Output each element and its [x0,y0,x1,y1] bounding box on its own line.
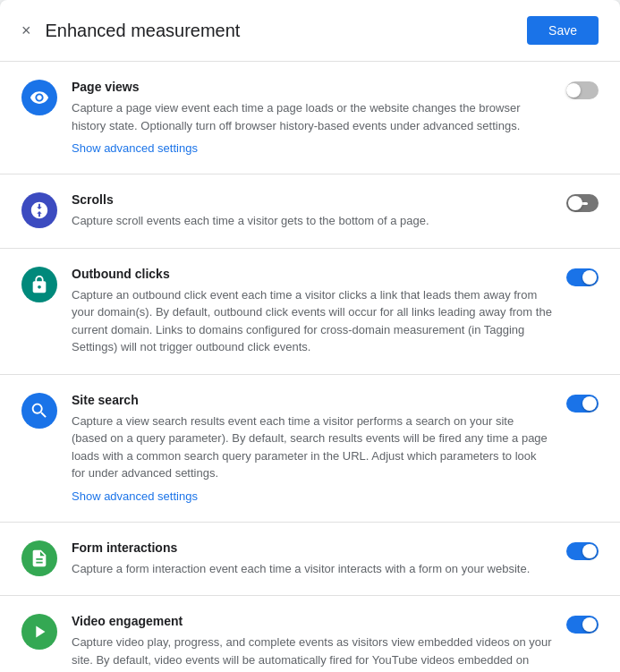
form-interactions-title: Form interactions [72,540,552,555]
site-search-title: Site search [72,393,552,407]
search-icon [30,401,49,421]
section-form-interactions: Form interactions Capture a form interac… [0,523,620,597]
page-views-icon-circle [21,80,57,115]
scrolls-toggle[interactable] [566,194,599,212]
scrolls-icon-circle [21,192,57,228]
video-engagement-title: Video engagement [72,614,552,628]
page-views-advanced-link[interactable]: Show advanced settings [72,141,198,155]
video-engagement-toggle[interactable] [566,616,599,634]
outbound-clicks-toggle-area [566,267,599,286]
page-views-toggle[interactable] [566,81,599,99]
site-search-toggle[interactable] [566,395,599,413]
save-button[interactable]: Save [527,16,599,45]
section-video-engagement: Video engagement Capture video play, pro… [0,596,620,672]
scrolls-title: Scrolls [72,192,552,207]
arrows-icon [30,200,49,220]
video-engagement-icon-circle [21,614,57,650]
content-area: Page views Capture a page view event eac… [0,62,620,672]
modal-container: × Enhanced measurement Save Page views C… [0,0,620,672]
outbound-clicks-body: Outbound clicks Capture an outbound clic… [72,267,552,356]
site-search-toggle-area [566,393,599,413]
form-interactions-toggle-area [566,540,599,560]
page-views-body: Page views Capture a page view event eac… [72,80,552,156]
form-interactions-desc: Capture a form interaction event each ti… [72,560,552,578]
section-outbound-clicks: Outbound clicks Capture an outbound clic… [0,249,620,375]
form-interactions-icon-circle [21,540,57,576]
lock-icon [30,275,49,294]
site-search-advanced-link[interactable]: Show advanced settings [72,489,198,503]
section-scrolls: Scrolls Capture scroll events each time … [0,174,620,249]
outbound-clicks-icon-circle [21,267,57,302]
section-page-views: Page views Capture a page view event eac… [0,62,620,174]
page-views-desc: Capture a page view event each time a pa… [72,99,552,134]
site-search-icon-circle [21,393,57,429]
scrolls-toggle-area [566,192,599,212]
play-icon [30,622,49,642]
modal-header: × Enhanced measurement Save [0,0,620,62]
outbound-clicks-desc: Capture an outbound click event each tim… [72,286,552,356]
site-search-body: Site search Capture a view search result… [72,393,552,504]
outbound-clicks-toggle[interactable] [566,268,599,286]
eye-icon [30,88,49,107]
video-engagement-desc: Capture video play, progress, and comple… [72,634,552,672]
scrolls-body: Scrolls Capture scroll events each time … [72,192,552,230]
scrolls-desc: Capture scroll events each time a visito… [72,212,552,230]
video-engagement-body: Video engagement Capture video play, pro… [72,614,552,672]
page-views-toggle-area [566,80,599,99]
site-search-desc: Capture a view search results event each… [72,413,552,482]
video-engagement-toggle-area [566,614,599,634]
page-views-title: Page views [72,80,552,94]
modal-title: Enhanced measurement [46,21,241,41]
section-site-search: Site search Capture a view search result… [0,375,620,523]
close-icon[interactable]: × [21,22,31,38]
outbound-clicks-title: Outbound clicks [72,267,552,281]
form-interactions-toggle[interactable] [566,542,599,560]
form-icon [30,549,49,568]
form-interactions-body: Form interactions Capture a form interac… [72,540,552,578]
header-left: × Enhanced measurement [21,21,240,41]
